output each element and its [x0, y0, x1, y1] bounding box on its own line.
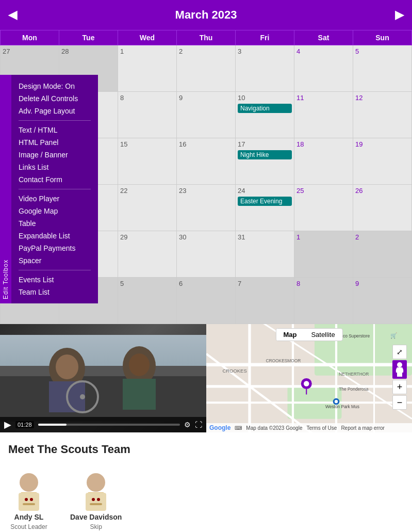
calendar-header: ◀ March 2023 ▶ [0, 0, 412, 30]
calendar-event-badge[interactable]: Night Hike [238, 150, 292, 159]
weekday-tue: Tue [59, 30, 118, 45]
day-number: 5 [355, 47, 359, 55]
toolbox-item-design-mode[interactable]: Design Mode: On [19, 80, 91, 92]
video-progress-bar[interactable] [38, 424, 180, 426]
calendar-cell[interactable]: 24Easter Evening [236, 185, 294, 231]
calendar-next-button[interactable]: ▶ [395, 8, 404, 22]
streetview-icon [395, 362, 404, 377]
map-terms-link[interactable]: Terms of Use [306, 425, 337, 431]
calendar-cell[interactable]: 18 [294, 138, 353, 185]
day-number: 23 [179, 187, 186, 195]
map-zoom-out-button[interactable]: − [392, 395, 407, 410]
toolbox-item-table[interactable]: Table [19, 217, 91, 230]
toolbox-panel: Design Mode: On Delete All Controls Adv.… [11, 75, 98, 303]
calendar-cell[interactable]: 11 [294, 92, 353, 138]
calendar-event-badge[interactable]: Easter Evening [238, 197, 292, 206]
svg-point-38 [25, 498, 28, 501]
toolbox-item-expandable-list[interactable]: Expandable List [19, 230, 91, 242]
calendar-cell[interactable]: 1 [294, 231, 353, 278]
calendar-cell[interactable]: 1 [118, 45, 177, 92]
toolbox-item-html-panel[interactable]: HTML Panel [19, 136, 91, 149]
weekday-sat: Sat [294, 30, 353, 45]
map-fullscreen-button[interactable]: ⤢ [392, 345, 407, 359]
svg-text:CROOKESMOOR: CROOKESMOOR [266, 358, 301, 363]
calendar-cell[interactable]: 6 [177, 278, 236, 324]
calendar-cell[interactable]: 25 [294, 185, 353, 231]
day-number: 11 [296, 94, 304, 102]
toolbox-item-spacer[interactable]: Spacer [19, 254, 91, 267]
day-number: 28 [61, 47, 69, 55]
calendar-cell[interactable]: 7 [236, 278, 294, 324]
calendar-cell[interactable]: 2 [353, 231, 412, 278]
calendar-cell[interactable]: 29 [118, 231, 177, 278]
calendar-cell[interactable]: 31 [236, 231, 294, 278]
team-members-list: Andy SLScout Leader Dave DavidsonSkip [8, 464, 404, 530]
calendar-cell[interactable]: 22 [118, 185, 177, 231]
calendar-cell[interactable]: 17Night Hike [236, 138, 294, 185]
toolbox-container: Edit Toolbox Design Mode: On Delete All … [0, 75, 98, 303]
video-controls: ▶ 01:28 ⚙ ⛶ [0, 417, 206, 432]
toolbox-item-adv-layout[interactable]: Adv. Page Layout [19, 105, 91, 117]
day-number: 29 [120, 233, 127, 241]
toolbox-tab[interactable]: Edit Toolbox [0, 75, 11, 303]
calendar-event-badge[interactable]: Navigation [238, 104, 292, 113]
map-keyboard-icon: ⌨ [235, 425, 242, 431]
calendar-cell[interactable]: 2 [177, 45, 236, 92]
map-zoom-in-button[interactable]: + [392, 380, 407, 394]
video-play-button[interactable]: ▶ [4, 419, 11, 430]
calendar-cell[interactable]: 3 [236, 45, 294, 92]
day-number: 6 [179, 280, 183, 287]
map-container: CROOKES CROOKESMOOR NETHERTHOR Weston Pa… [206, 324, 412, 432]
toolbox-item-delete-all[interactable]: Delete All Controls [19, 92, 91, 105]
calendar-cell[interactable]: 16 [177, 138, 236, 185]
calendar-cell[interactable]: 10Navigation [236, 92, 294, 138]
svg-point-35 [397, 362, 402, 367]
video-settings-icon[interactable]: ⚙ [184, 421, 191, 429]
avatar [75, 464, 117, 511]
toolbox-item-events-list[interactable]: Events List [19, 273, 91, 286]
toolbox-item-video-player[interactable]: Video Player [19, 192, 91, 205]
day-number: 26 [355, 187, 362, 195]
toolbox-item-team-list[interactable]: Team List [19, 286, 91, 298]
calendar-cell[interactable]: 5 [353, 45, 412, 92]
calendar-prev-button[interactable]: ◀ [8, 8, 17, 22]
team-section-title: Meet The Scouts Team [8, 443, 404, 456]
team-section: Meet The Scouts Team Andy SLScout Leader… [0, 432, 412, 532]
video-placeholder [0, 324, 206, 432]
calendar-cell[interactable]: 5 [118, 278, 177, 324]
weekday-sun: Sun [353, 30, 412, 45]
day-number: 12 [355, 94, 362, 102]
day-number: 8 [296, 280, 300, 287]
toolbox-item-text-html[interactable]: Text / HTML [19, 124, 91, 136]
video-scene-svg [0, 335, 206, 422]
calendar-cell[interactable]: 9 [177, 92, 236, 138]
map-streetview-button[interactable] [392, 360, 407, 379]
calendar-cell[interactable]: 15 [118, 138, 177, 185]
toolbox-item-image-banner[interactable]: Image / Banner [19, 149, 91, 161]
calendar-cell[interactable]: 8 [294, 278, 353, 324]
map-tab-satellite[interactable]: Satellite [304, 329, 342, 341]
map-tab-map[interactable]: Map [276, 329, 304, 341]
calendar-cell[interactable]: 26 [353, 185, 412, 231]
toolbox-item-paypal[interactable]: PayPal Payments [19, 242, 91, 254]
toolbox-item-google-map[interactable]: Google Map [19, 205, 91, 217]
toolbox-item-contact-form[interactable]: Contact Form [19, 173, 91, 186]
video-fullscreen-icon[interactable]: ⛶ [195, 421, 202, 429]
calendar-cell[interactable]: 30 [177, 231, 236, 278]
map-report-link[interactable]: Report a map error [341, 425, 384, 431]
map-footer: Google ⌨ Map data ©2023 Google Terms of … [206, 423, 412, 432]
svg-rect-41 [86, 493, 106, 511]
calendar-cell[interactable]: 8 [118, 92, 177, 138]
calendar-cell[interactable]: 4 [294, 45, 353, 92]
svg-text:The Ponderosa: The Ponderosa [339, 386, 369, 392]
calendar-cell[interactable]: 23 [177, 185, 236, 231]
video-container: ▶ 01:28 ⚙ ⛶ [0, 324, 206, 432]
calendar-cell[interactable]: 19 [353, 138, 412, 185]
toolbox-item-links-list[interactable]: Links List [19, 161, 91, 173]
weekday-thu: Thu [177, 30, 236, 45]
calendar-cell[interactable]: 12 [353, 92, 412, 138]
svg-text:🛒: 🛒 [390, 332, 398, 339]
weekday-fri: Fri [236, 30, 294, 45]
day-number: 16 [179, 140, 186, 148]
calendar-cell[interactable]: 9 [353, 278, 412, 324]
